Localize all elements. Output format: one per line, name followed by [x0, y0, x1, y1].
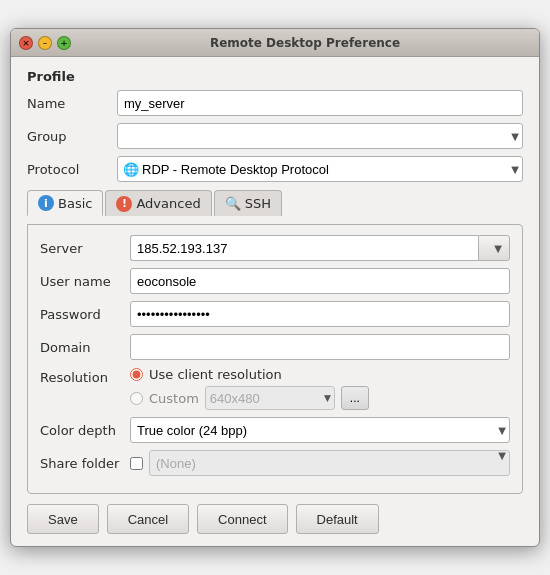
group-row: Group ▼ [27, 123, 523, 149]
custom-resolution-wrapper: 640x480 800x600 1024x768 1280x1024 ▼ [205, 386, 335, 410]
protocol-field-wrapper: 🌐 RDP - Remote Desktop Protocol VNC SSH … [117, 156, 523, 182]
resolution-client-row: Use client resolution [130, 367, 510, 382]
profile-section-label: Profile [27, 69, 523, 84]
name-field-wrapper [117, 90, 523, 116]
server-field-wrapper: ▼ [130, 235, 510, 261]
group-select-wrapper: ▼ [117, 123, 523, 149]
resolution-client-radio[interactable] [130, 368, 143, 381]
tab-basic[interactable]: i Basic [27, 190, 103, 216]
resolution-custom-radio[interactable] [130, 392, 143, 405]
minimize-button[interactable]: – [38, 36, 52, 50]
ssh-tab-label: SSH [245, 196, 271, 211]
domain-field-wrapper [130, 334, 510, 360]
protocol-label: Protocol [27, 162, 117, 177]
server-select-wrapper: ▼ [130, 235, 510, 261]
main-window: × – + Remote Desktop Preference Profile … [10, 28, 540, 547]
custom-resolution-button[interactable]: ... [341, 386, 369, 410]
connect-button[interactable]: Connect [197, 504, 287, 534]
share-folder-label: Share folder [40, 456, 130, 471]
name-input[interactable] [117, 90, 523, 116]
color-depth-field-wrapper: True color (24 bpp) High color (16 bpp) … [130, 417, 510, 443]
window-title: Remote Desktop Preference [79, 36, 531, 50]
resolution-custom-row: Custom 640x480 800x600 1024x768 1280x102… [130, 386, 510, 410]
tab-advanced[interactable]: ! Advanced [105, 190, 211, 216]
tab-ssh[interactable]: 🔍 SSH [214, 190, 282, 216]
basic-tab-icon: i [38, 195, 54, 211]
domain-label: Domain [40, 340, 130, 355]
name-row: Name [27, 90, 523, 116]
titlebar: × – + Remote Desktop Preference [11, 29, 539, 57]
group-select[interactable] [117, 123, 523, 149]
advanced-tab-icon: ! [116, 196, 132, 212]
server-dropdown[interactable] [478, 235, 510, 261]
cancel-button[interactable]: Cancel [107, 504, 189, 534]
share-folder-checkbox[interactable] [130, 457, 143, 470]
username-label: User name [40, 274, 130, 289]
protocol-row: Protocol 🌐 RDP - Remote Desktop Protocol… [27, 156, 523, 182]
share-folder-select-wrapper: (None) ▼ [149, 450, 510, 476]
username-field-wrapper [130, 268, 510, 294]
resolution-options: Use client resolution Custom 640x480 800… [130, 367, 510, 410]
domain-row: Domain [40, 334, 510, 360]
basic-tab-label: Basic [58, 196, 92, 211]
color-depth-select[interactable]: True color (24 bpp) High color (16 bpp) … [130, 417, 510, 443]
color-depth-row: Color depth True color (24 bpp) High col… [40, 417, 510, 443]
custom-resolution-select[interactable]: 640x480 800x600 1024x768 1280x1024 [205, 386, 335, 410]
domain-input[interactable] [130, 334, 510, 360]
password-input[interactable] [130, 301, 510, 327]
color-depth-label: Color depth [40, 423, 130, 438]
resolution-row: Resolution Use client resolution Custom … [40, 367, 510, 410]
password-label: Password [40, 307, 130, 322]
username-row: User name [40, 268, 510, 294]
ssh-tab-icon: 🔍 [225, 196, 241, 212]
basic-tab-panel: Server ▼ User name P [27, 224, 523, 494]
share-folder-content: (None) ▼ [130, 450, 510, 476]
password-row: Password [40, 301, 510, 327]
color-depth-select-wrapper: True color (24 bpp) High color (16 bpp) … [130, 417, 510, 443]
save-button[interactable]: Save [27, 504, 99, 534]
server-label: Server [40, 241, 130, 256]
content-area: Profile Name Group ▼ Protocol [11, 57, 539, 546]
group-field-wrapper: ▼ [117, 123, 523, 149]
resolution-label: Resolution [40, 367, 130, 385]
share-folder-row: Share folder (None) ▼ [40, 450, 510, 476]
close-button[interactable]: × [19, 36, 33, 50]
protocol-select-wrapper: 🌐 RDP - Remote Desktop Protocol VNC SSH … [117, 156, 523, 182]
password-field-wrapper [130, 301, 510, 327]
button-row: Save Cancel Connect Default [27, 504, 523, 534]
username-input[interactable] [130, 268, 510, 294]
resolution-custom-label: Custom [149, 391, 199, 406]
advanced-tab-label: Advanced [136, 196, 200, 211]
share-folder-select[interactable]: (None) [149, 450, 510, 476]
name-label: Name [27, 96, 117, 111]
server-input[interactable] [130, 235, 478, 261]
protocol-select[interactable]: RDP - Remote Desktop Protocol VNC SSH Te… [117, 156, 523, 182]
maximize-button[interactable]: + [57, 36, 71, 50]
default-button[interactable]: Default [296, 504, 379, 534]
group-label: Group [27, 129, 117, 144]
server-row: Server ▼ [40, 235, 510, 261]
resolution-client-label: Use client resolution [149, 367, 282, 382]
titlebar-buttons: × – + [19, 36, 71, 50]
tabs-container: i Basic ! Advanced 🔍 SSH [27, 190, 523, 216]
